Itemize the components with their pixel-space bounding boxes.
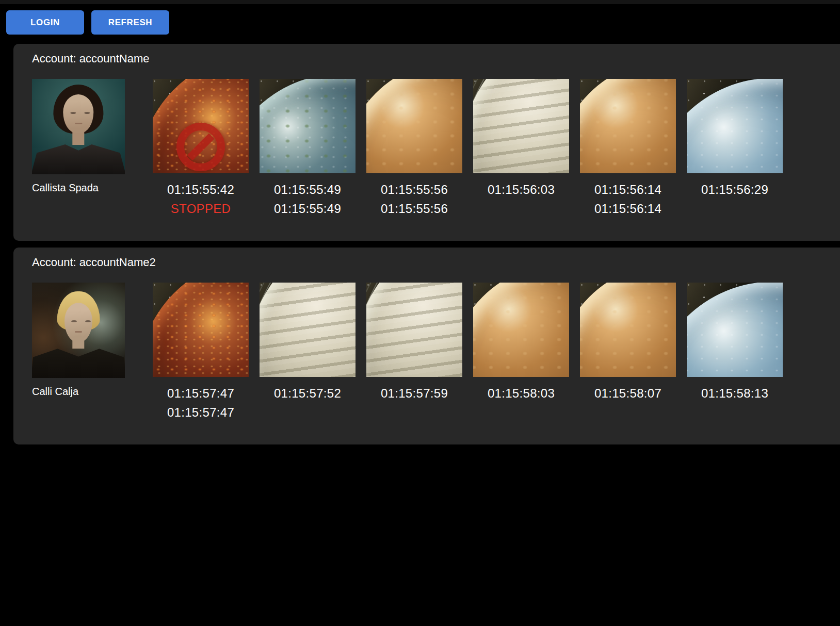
planet-timestamp: 01:15:58:03 xyxy=(473,384,569,403)
planet-sphere-decoration xyxy=(366,79,462,173)
planet-image xyxy=(580,283,676,377)
planet-times: 01:15:55:4901:15:55:49 xyxy=(260,180,356,218)
toolbar: LOGIN REFRESH xyxy=(6,10,840,35)
planets-row: Callista Spada 01:15:55:42STOPPED 01:15:… xyxy=(32,79,837,218)
planet-times: 01:15:57:59 xyxy=(366,384,462,403)
planet-image xyxy=(473,79,569,173)
stop-icon-bar xyxy=(187,133,214,160)
planet-timestamp: 01:15:56:03 xyxy=(473,180,569,199)
planet-sphere-decoration xyxy=(687,283,783,377)
planet-sphere-decoration xyxy=(687,79,783,173)
character-portrait xyxy=(32,283,125,378)
character-portrait xyxy=(32,79,125,174)
planet-image xyxy=(473,283,569,377)
planet-times: 01:15:55:5601:15:55:56 xyxy=(366,180,462,218)
planet-timestamp: 01:15:55:49 xyxy=(260,180,356,199)
planet-times: 01:15:57:4701:15:57:47 xyxy=(153,384,249,422)
planet-times: 01:15:55:42STOPPED xyxy=(153,180,249,218)
planet-cell: 01:15:55:4901:15:55:49 xyxy=(260,79,356,218)
character-name: Calli Calja xyxy=(32,386,125,398)
planet-image xyxy=(366,283,462,377)
planet-timestamp: 01:15:55:56 xyxy=(366,180,462,199)
planet-sphere-decoration xyxy=(260,79,356,173)
planet-cell: 01:15:56:1401:15:56:14 xyxy=(580,79,676,218)
planet-sphere-decoration xyxy=(473,283,569,377)
character-cell: Callista Spada xyxy=(32,79,125,194)
planet-sphere-decoration xyxy=(153,283,249,377)
planet-cell: 01:15:58:07 xyxy=(580,283,676,403)
planet-image xyxy=(366,79,462,173)
planet-cell: 01:15:58:03 xyxy=(473,283,569,403)
portrait-face-decoration xyxy=(63,94,93,134)
character-cell: Calli Calja xyxy=(32,283,125,398)
planet-timestamp: 01:15:55:49 xyxy=(260,199,356,218)
portrait-torso-decoration xyxy=(32,144,125,174)
planet-image xyxy=(260,283,356,377)
planet-timestamp: 01:15:57:47 xyxy=(153,403,249,422)
planet-cell: 01:15:57:59 xyxy=(366,283,462,403)
planet-sphere-decoration xyxy=(260,283,356,377)
planet-timestamp: 01:15:57:47 xyxy=(153,384,249,403)
refresh-button[interactable]: REFRESH xyxy=(91,10,169,35)
planet-image xyxy=(687,283,783,377)
planet-sphere-decoration xyxy=(473,79,569,173)
planet-image xyxy=(260,79,356,173)
planet-timestamp: 01:15:56:14 xyxy=(580,199,676,218)
planet-timestamp: 01:15:57:52 xyxy=(260,384,356,403)
planet-times: 01:15:56:03 xyxy=(473,180,569,199)
planet-times: 01:15:58:13 xyxy=(687,384,783,403)
planet-cell: 01:15:58:13 xyxy=(687,283,783,403)
planet-cell: 01:15:57:4701:15:57:47 xyxy=(153,283,249,422)
planet-sphere-decoration xyxy=(580,283,676,377)
planet-cell: 01:15:55:5601:15:55:56 xyxy=(366,79,462,218)
planet-image xyxy=(153,79,249,173)
planet-times: 01:15:57:52 xyxy=(260,384,356,403)
planet-cell: 01:15:56:29 xyxy=(687,79,783,199)
planet-timestamp: 01:15:55:42 xyxy=(153,180,249,199)
planet-cell: 01:15:55:42STOPPED xyxy=(153,79,249,218)
planet-timestamp: 01:15:55:56 xyxy=(366,199,462,218)
planet-image xyxy=(687,79,783,173)
planet-cell: 01:15:56:03 xyxy=(473,79,569,199)
character-name: Callista Spada xyxy=(32,182,125,194)
planet-sphere-decoration xyxy=(580,79,676,173)
planet-timestamp: 01:15:58:13 xyxy=(687,384,783,403)
planets-row: Calli Calja 01:15:57:4701:15:57:47 01:15… xyxy=(32,283,837,422)
browser-edge-strip xyxy=(0,0,840,4)
stop-icon xyxy=(176,123,225,171)
portrait-face-decoration xyxy=(64,303,92,342)
account-title: Account: accountName xyxy=(32,52,837,65)
planet-times: 01:15:56:29 xyxy=(687,180,783,199)
planet-timestamp: 01:15:56:29 xyxy=(687,180,783,199)
planet-status: STOPPED xyxy=(153,199,249,218)
planet-times: 01:15:58:03 xyxy=(473,384,569,403)
login-button[interactable]: LOGIN xyxy=(6,10,84,35)
planet-timestamp: 01:15:57:59 xyxy=(366,384,462,403)
planet-image xyxy=(580,79,676,173)
planet-cell: 01:15:57:52 xyxy=(260,283,356,403)
portrait-torso-decoration xyxy=(32,348,125,378)
accounts-container: Account: accountName Callista Spada 01:1… xyxy=(0,44,840,444)
planet-times: 01:15:58:07 xyxy=(580,384,676,403)
planet-timestamp: 01:15:56:14 xyxy=(580,180,676,199)
planet-timestamp: 01:15:58:07 xyxy=(580,384,676,403)
account-panel: Account: accountName2 Calli Calja 01:15:… xyxy=(13,248,840,444)
planet-times: 01:15:56:1401:15:56:14 xyxy=(580,180,676,218)
account-title: Account: accountName2 xyxy=(32,256,837,269)
planet-image xyxy=(153,283,249,377)
account-panel: Account: accountName Callista Spada 01:1… xyxy=(13,44,840,241)
planet-sphere-decoration xyxy=(366,283,462,377)
